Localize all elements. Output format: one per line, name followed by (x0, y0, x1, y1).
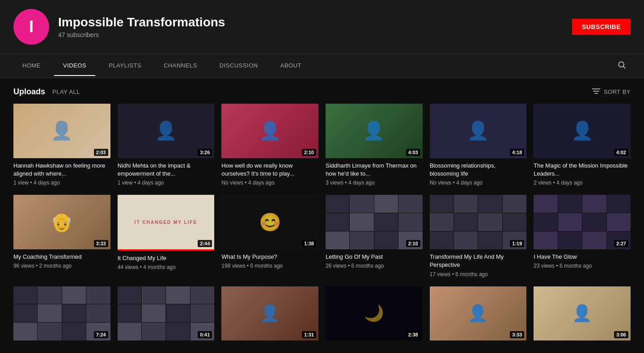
video-card-17[interactable]: 👤 3:33 (430, 286, 527, 341)
sort-by-button[interactable]: SORT BY (592, 88, 631, 96)
video-meta-8: 44 views • 4 months ago (118, 264, 215, 270)
video-info-6: The Magic of the Mission Impossible Lead… (534, 158, 631, 186)
video-meta-4: 3 views • 4 days ago (326, 180, 423, 186)
uploads-header: Uploads PLAY ALL SORT BY (13, 87, 631, 97)
main-content: Uploads PLAY ALL SORT BY 👤 2:03 (0, 78, 644, 353)
uploads-left: Uploads PLAY ALL (13, 87, 80, 97)
video-meta-7: 96 views • 2 months ago (13, 263, 110, 269)
video-title-12: I Have The Glow (534, 253, 631, 261)
video-duration-18: 3:06 (614, 331, 628, 338)
video-duration-17: 3:33 (510, 331, 524, 338)
video-thumbnail-16: 🌙 2:38 (326, 286, 423, 341)
video-card-5[interactable]: 👤 4:18 Blossoming relationships, blossom… (430, 104, 527, 186)
sort-icon (592, 88, 600, 96)
video-card-11[interactable]: 1:19 Transformed My Life And My Perspect… (430, 195, 527, 277)
tab-videos[interactable]: VIDEOS (54, 56, 95, 76)
video-title-9: What Is My Purpose? (221, 253, 318, 261)
channel-subscribers: 47 subscribers (58, 31, 563, 38)
video-meta-6: 2 views • 4 days ago (534, 180, 631, 186)
video-thumbnail-5: 👤 4:18 (430, 104, 527, 158)
video-meta-10: 26 views • 6 months ago (326, 263, 423, 269)
video-card-18[interactable]: 👤 3:06 (534, 286, 631, 341)
video-duration-9: 1:38 (302, 240, 316, 247)
video-title-1: Hannah Hawkshaw on feeling more aligned … (13, 162, 110, 178)
video-info-12: I Have The Glow 23 views • 6 months ago (534, 249, 631, 269)
video-card-13[interactable]: 7:24 (13, 286, 110, 341)
channel-name: Impossible Transformations (58, 15, 563, 29)
video-card-3[interactable]: 👤 2:10 How well do we really know oursel… (221, 104, 318, 186)
video-title-3: How well do we really know ourselves? It… (221, 162, 318, 178)
channel-info: Impossible Transformations 47 subscriber… (58, 15, 563, 38)
video-meta-12: 23 views • 6 months ago (534, 263, 631, 269)
video-info-8: It Changed My Life 44 views • 4 months a… (118, 251, 215, 270)
subscribe-button[interactable]: SUBSCRIBE (572, 19, 631, 35)
video-meta-9: 198 views • 6 months ago (221, 263, 318, 269)
video-thumbnail-14: 0:41 (118, 286, 215, 341)
tab-channels[interactable]: CHANNELS (155, 56, 206, 76)
video-card-1[interactable]: 👤 2:03 Hannah Hawkshaw on feeling more a… (13, 104, 110, 186)
video-thumbnail-7: 👴 3:33 (13, 195, 110, 249)
sort-by-label: SORT BY (604, 88, 631, 95)
video-grid-row3: 7:24 0:41 👤 1:31 (13, 286, 631, 341)
video-thumbnail-18: 👤 3:06 (534, 286, 631, 341)
video-meta-5: No views • 4 days ago (430, 180, 527, 186)
video-title-10: Letting Go Of My Past (326, 253, 423, 261)
video-info-3: How well do we really know ourselves? It… (221, 158, 318, 186)
video-card-10[interactable]: 2:10 Letting Go Of My Past 26 views • 6 … (326, 195, 423, 277)
video-card-9[interactable]: 😊 1:38 What Is My Purpose? 198 views • 6… (221, 195, 318, 277)
video-title-5: Blossoming relationships, blossoming lif… (430, 162, 527, 178)
nav-tabs: HOME VIDEOS PLAYLISTS CHANNELS DISCUSSIO… (0, 54, 644, 78)
video-thumbnail-9: 😊 1:38 (221, 195, 318, 249)
video-duration-5: 4:18 (510, 149, 524, 156)
video-duration-6: 4:02 (614, 149, 628, 156)
video-duration-2: 3:26 (198, 149, 212, 156)
video-thumbnail-12: 2:27 (534, 195, 631, 249)
video-thumbnail-3: 👤 2:10 (221, 104, 318, 158)
video-card-4[interactable]: 👤 4:03 Siddharth Limaye from Thermax on … (326, 104, 423, 186)
video-duration-8: 2:44 (198, 240, 212, 247)
video-thumbnail-10: 2:10 (326, 195, 423, 249)
video-card-16[interactable]: 🌙 2:38 (326, 286, 423, 341)
video-duration-16: 2:38 (406, 331, 420, 338)
video-duration-7: 3:33 (94, 240, 108, 247)
video-meta-1: 1 view • 4 days ago (13, 180, 110, 186)
video-info-10: Letting Go Of My Past 26 views • 6 month… (326, 249, 423, 269)
video-card-6[interactable]: 👤 4:02 The Magic of the Mission Impossib… (534, 104, 631, 186)
video-card-2[interactable]: 👤 3:26 Nidhi Mehta on the impact & empow… (118, 104, 215, 186)
tab-discussion[interactable]: DISCUSSION (211, 56, 267, 76)
video-info-2: Nidhi Mehta on the impact & empowerment … (118, 158, 215, 186)
video-duration-11: 1:19 (510, 240, 524, 247)
video-title-11: Transformed My Life And My Perspective (430, 253, 527, 269)
video-title-8: It Changed My Life (118, 254, 215, 262)
tab-playlists[interactable]: PLAYLISTS (100, 56, 150, 76)
tab-home[interactable]: HOME (13, 56, 50, 76)
video-thumbnail-2: 👤 3:26 (118, 104, 215, 158)
video-thumbnail-1: 👤 2:03 (13, 104, 110, 158)
video-duration-10: 2:10 (406, 240, 420, 247)
search-icon[interactable] (613, 54, 631, 78)
video-info-7: My Coaching Transformed 96 views • 2 mon… (13, 249, 110, 269)
video-thumbnail-13: 7:24 (13, 286, 110, 341)
video-info-11: Transformed My Life And My Perspective 1… (430, 249, 527, 277)
video-thumbnail-8: IT CHANGED MY LIFE 2:44 (118, 195, 215, 251)
channel-avatar: I (13, 9, 49, 45)
tab-about[interactable]: ABOUT (271, 56, 310, 76)
video-card-12[interactable]: 2:27 I Have The Glow 23 views • 6 months… (534, 195, 631, 277)
video-thumbnail-6: 👤 4:02 (534, 104, 631, 158)
video-duration-12: 2:27 (614, 240, 628, 247)
video-card-14[interactable]: 0:41 (118, 286, 215, 341)
video-thumbnail-11: 1:19 (430, 195, 527, 249)
video-meta-11: 17 views • 6 months ago (430, 271, 527, 277)
video-thumbnail-17: 👤 3:33 (430, 286, 527, 341)
video-title-4: Siddharth Limaye from Thermax on how he'… (326, 162, 423, 178)
video-title-6: The Magic of the Mission Impossible Lead… (534, 162, 631, 178)
svg-line-1 (623, 67, 625, 68)
video-title-2: Nidhi Mehta on the impact & empowerment … (118, 162, 215, 178)
video-duration-3: 2:10 (302, 149, 316, 156)
video-duration-4: 4:03 (406, 149, 420, 156)
play-all-button[interactable]: PLAY ALL (52, 88, 80, 95)
video-card-8[interactable]: IT CHANGED MY LIFE 2:44 It Changed My Li… (118, 195, 215, 277)
video-card-7[interactable]: 👴 3:33 My Coaching Transformed 96 views … (13, 195, 110, 277)
video-grid-row2: 👴 3:33 My Coaching Transformed 96 views … (13, 195, 631, 277)
video-card-15[interactable]: 👤 1:31 (221, 286, 318, 341)
